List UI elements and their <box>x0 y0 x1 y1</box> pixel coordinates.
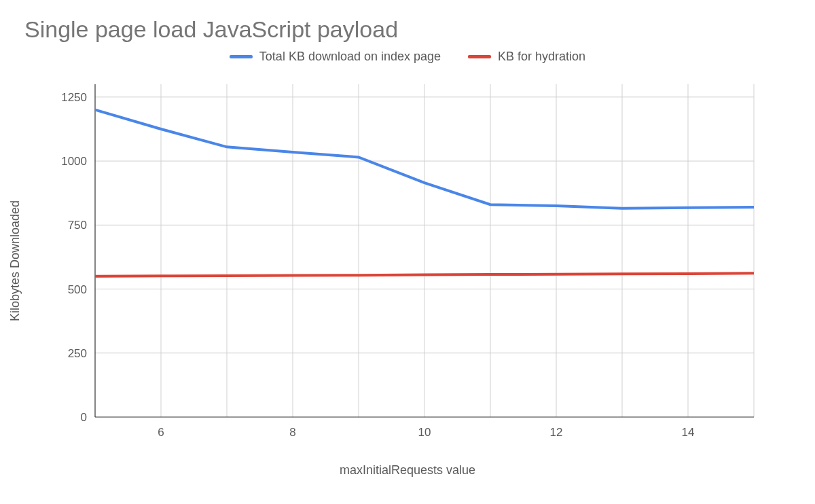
svg-text:14: 14 <box>682 426 695 439</box>
legend: Total KB download on index page KB for h… <box>20 50 795 64</box>
legend-item-total: Total KB download on index page <box>230 50 441 64</box>
y-axis-label: Kilobytes Downloaded <box>8 200 22 321</box>
legend-item-hydration: KB for hydration <box>468 50 585 64</box>
svg-text:500: 500 <box>68 283 87 296</box>
legend-label: Total KB download on index page <box>259 50 441 64</box>
svg-text:6: 6 <box>158 426 164 439</box>
svg-text:0: 0 <box>81 411 87 424</box>
svg-text:10: 10 <box>418 426 431 439</box>
svg-text:1000: 1000 <box>61 155 87 168</box>
svg-text:8: 8 <box>289 426 295 439</box>
legend-label: KB for hydration <box>498 50 585 64</box>
legend-swatch-blue <box>230 55 253 58</box>
svg-text:750: 750 <box>68 219 87 232</box>
plot-area: Kilobytes Downloaded 0250500750100012506… <box>20 71 795 451</box>
chart-container: Single page load JavaScript payload Tota… <box>0 0 815 504</box>
svg-text:12: 12 <box>550 426 563 439</box>
plot-svg: 02505007501000125068101214 <box>20 71 767 451</box>
svg-text:250: 250 <box>68 347 87 360</box>
chart-title: Single page load JavaScript payload <box>24 16 795 43</box>
x-axis-label: maxInitialRequests value <box>20 463 795 478</box>
svg-text:1250: 1250 <box>61 91 87 104</box>
legend-swatch-red <box>468 55 491 58</box>
